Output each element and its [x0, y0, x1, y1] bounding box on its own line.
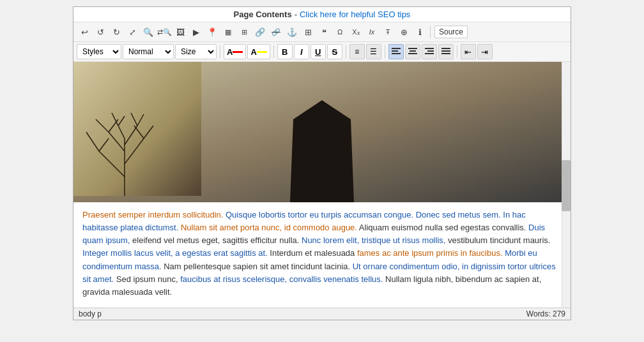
source-button[interactable]: Source — [434, 26, 468, 38]
align-justify-button[interactable] — [438, 44, 454, 59]
redo-button[interactable]: ↻ — [109, 24, 124, 40]
special-chars-button[interactable]: Ω — [332, 24, 348, 40]
omega-button[interactable]: ⊕ — [396, 24, 411, 40]
align-center-button[interactable] — [405, 44, 420, 59]
svg-rect-3 — [408, 48, 417, 49]
font-bg-label: A — [250, 47, 256, 57]
editor-container: Page Contents - Click here for helpful S… — [73, 6, 571, 320]
html-tags: body p — [79, 309, 102, 318]
undo2-button[interactable]: ↺ — [93, 24, 108, 40]
video-button[interactable]: ▶ — [188, 24, 204, 40]
info-button[interactable]: ℹ — [412, 24, 427, 40]
toolbar-sep4 — [346, 45, 346, 58]
svg-rect-11 — [441, 53, 450, 54]
editor-text[interactable]: Praesent semper interdum sollicitudin. Q… — [73, 202, 571, 308]
font-color-bar — [233, 51, 243, 53]
toolbar-sep2 — [220, 45, 220, 58]
svg-rect-10 — [441, 50, 450, 52]
table-button[interactable]: ⊞ — [300, 24, 316, 40]
italic-button[interactable]: I — [294, 44, 309, 59]
svg-rect-4 — [410, 50, 416, 52]
link-button[interactable]: 🔗 — [252, 24, 268, 40]
top-bar: Page Contents - Click here for helpful S… — [73, 7, 571, 22]
toolbar-sep3 — [273, 45, 274, 58]
format-select[interactable]: Normal — [123, 44, 174, 59]
size-select[interactable]: Size — [175, 44, 217, 59]
svg-rect-0 — [392, 48, 401, 49]
svg-rect-5 — [408, 53, 417, 54]
toolbar-row1: ↩ ↺ ↻ ⤢ 🔍 ⇄🔍 🖼 ▶ 📍 ▦ ⊞ 🔗 🔗 ⚓ ⊞ ❝ Ω X₂ Ix… — [73, 22, 571, 42]
subscript-button[interactable]: X₂ — [348, 24, 364, 40]
page-title: Page Contents — [234, 10, 292, 19]
undo-button[interactable]: ↩ — [77, 24, 92, 40]
image-button[interactable]: 🖼 — [172, 24, 188, 40]
toolbar-row2: Styles Normal Size A A B I U S ≡ ☰ — [73, 42, 571, 62]
align-right-icon — [425, 48, 434, 56]
toolbar-sep6 — [457, 45, 457, 58]
status-bar: body p Words: 279 — [73, 308, 571, 320]
toolbar-sep5 — [385, 45, 385, 58]
align-center-icon — [408, 48, 417, 56]
svg-marker-29 — [290, 100, 354, 202]
special1-button[interactable]: ▦ — [220, 24, 236, 40]
align-left-button[interactable] — [388, 44, 404, 59]
editor-image — [73, 62, 571, 202]
location-button[interactable]: 📍 — [204, 24, 220, 40]
editor-content[interactable]: Praesent semper interdum sollicitudin. Q… — [73, 62, 571, 308]
svg-rect-7 — [427, 50, 434, 52]
content-paragraph: Praesent semper interdum sollicitudin. Q… — [82, 209, 562, 299]
tablecell-button[interactable]: ⊞ — [236, 24, 252, 40]
svg-rect-1 — [392, 50, 398, 52]
font-bg-bar — [257, 51, 267, 53]
toolbar-sep1 — [430, 26, 431, 38]
italic-remove-button[interactable]: Ix — [364, 24, 379, 40]
figure-silhouette — [277, 87, 367, 202]
indent-increase-button[interactable]: ⇥ — [477, 44, 493, 59]
bold-button[interactable]: B — [277, 44, 293, 59]
scrollbar-thumb[interactable] — [562, 160, 571, 211]
font-bg-button[interactable]: A — [247, 44, 270, 59]
underline-button[interactable]: U — [310, 44, 326, 59]
svg-rect-12 — [73, 62, 201, 196]
styles-select[interactable]: Styles — [77, 44, 121, 59]
editor-region: Praesent semper interdum sollicitudin. Q… — [73, 62, 571, 308]
font-color-label: A — [227, 47, 233, 57]
align-right-button[interactable] — [422, 44, 437, 59]
indent-decrease-button[interactable]: ⇤ — [461, 44, 476, 59]
unlink-button[interactable]: 🔗 — [268, 24, 284, 40]
find-replace-button[interactable]: ⇄🔍 — [157, 24, 172, 40]
svg-rect-8 — [425, 53, 434, 54]
unordered-list-button[interactable]: ☰ — [366, 44, 381, 59]
blockquote-button[interactable]: ❝ — [316, 24, 332, 40]
font-color-button[interactable]: A — [224, 44, 246, 59]
svg-rect-6 — [425, 48, 434, 49]
tree-illustration — [73, 62, 201, 196]
ordered-list-button[interactable]: ≡ — [349, 44, 365, 59]
title-sep: - — [295, 10, 297, 19]
strikethrough-button[interactable]: S — [327, 44, 342, 59]
scrollbar-track[interactable] — [562, 62, 571, 308]
svg-rect-9 — [441, 48, 450, 49]
clear-format-button[interactable]: Ŧ — [380, 24, 395, 40]
word-count: Words: 279 — [526, 309, 565, 318]
svg-rect-2 — [392, 53, 401, 54]
align-justify-icon — [441, 48, 450, 56]
seo-tips-link[interactable]: Click here for helpful SEO tips — [300, 10, 410, 19]
anchor-button[interactable]: ⚓ — [284, 24, 300, 40]
align-left-icon — [392, 48, 401, 56]
fullscreen-button[interactable]: ⤢ — [125, 24, 140, 40]
find-button[interactable]: 🔍 — [141, 24, 156, 40]
